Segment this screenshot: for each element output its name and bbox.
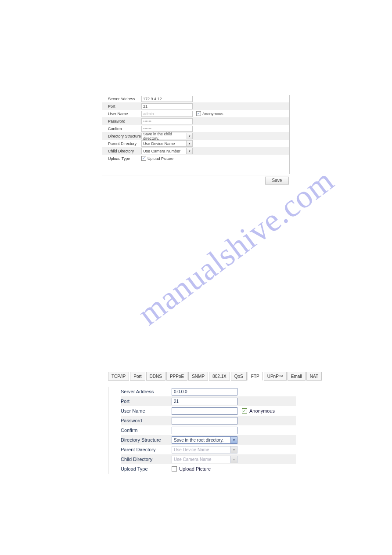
row-parent-directory-2: Parent Directory Use Device Name ▾ bbox=[121, 445, 296, 454]
tab-8021x[interactable]: 802.1X bbox=[209, 372, 230, 381]
row-confirm: Confirm bbox=[102, 125, 290, 132]
input-server-address-2[interactable] bbox=[172, 388, 237, 395]
row-upload-type-2: Upload Type Upload Picture bbox=[121, 464, 296, 474]
chevron-down-icon: ▾ bbox=[186, 141, 192, 146]
checkbox-upload-picture-2[interactable] bbox=[172, 466, 177, 472]
label-anonymous-2: Anonymous bbox=[249, 408, 275, 414]
chevron-down-icon: ▾ bbox=[230, 456, 237, 463]
ftp-settings-panel-2: TCP/IP Port DDNS PPPoE SNMP 802.1X QoS F… bbox=[108, 372, 296, 474]
label-password: Password bbox=[102, 119, 141, 123]
label-port-2: Port bbox=[121, 399, 172, 404]
label-parent-directory-2: Parent Directory bbox=[121, 447, 172, 452]
ftp-settings-panel-1: Server Address Port User Name ✓ Anonymou… bbox=[102, 95, 290, 162]
row-upload-type: Upload Type ✓ Upload Picture bbox=[102, 155, 290, 162]
select-parent-directory-2[interactable]: Use Device Name ▾ bbox=[172, 446, 237, 453]
label-user-name: User Name bbox=[102, 112, 141, 116]
save-button[interactable]: Save bbox=[265, 177, 289, 185]
tab-nat[interactable]: NAT bbox=[306, 372, 322, 381]
watermark-text: manualshive.com bbox=[131, 162, 341, 333]
row-confirm-2: Confirm bbox=[121, 425, 296, 435]
label-anonymous: Anonymous bbox=[202, 112, 223, 116]
input-password[interactable] bbox=[141, 118, 193, 124]
input-user-name[interactable] bbox=[141, 111, 193, 117]
row-parent-directory: Parent Directory Use Device Name ▾ bbox=[102, 140, 290, 147]
label-directory-structure: Directory Structure bbox=[102, 134, 141, 138]
tab-upnp[interactable]: UPnP™ bbox=[264, 372, 287, 381]
row-server-address: Server Address bbox=[102, 95, 290, 102]
label-confirm-2: Confirm bbox=[121, 428, 172, 433]
select-parent-directory[interactable]: Use Device Name ▾ bbox=[141, 140, 193, 147]
input-server-address[interactable] bbox=[141, 96, 193, 102]
label-upload-picture-2: Upload Picture bbox=[179, 466, 211, 472]
row-password: Password bbox=[102, 117, 290, 125]
input-password-2[interactable] bbox=[172, 417, 237, 424]
network-tabs: TCP/IP Port DDNS PPPoE SNMP 802.1X QoS F… bbox=[108, 372, 296, 381]
tab-qos[interactable]: QoS bbox=[231, 372, 247, 381]
tab-ftp[interactable]: FTP bbox=[248, 372, 263, 381]
select-directory-structure-2-value: Save in the root directory. bbox=[174, 438, 223, 443]
label-server-address: Server Address bbox=[102, 97, 141, 101]
select-child-directory-value: Use Camera Number bbox=[143, 149, 180, 153]
label-confirm: Confirm bbox=[102, 127, 141, 131]
select-parent-directory-value: Use Device Name bbox=[143, 141, 175, 146]
label-child-directory: Child Directory bbox=[102, 149, 141, 153]
select-child-directory-2[interactable]: Use Camera Name ▾ bbox=[172, 456, 237, 463]
save-button-label: Save bbox=[272, 178, 282, 183]
input-confirm[interactable] bbox=[141, 126, 193, 132]
ftp-form: Server Address Port User Name ✓ Anonymou… bbox=[108, 387, 296, 474]
chevron-down-icon: ▾ bbox=[230, 446, 237, 453]
row-server-address-2: Server Address bbox=[121, 387, 296, 396]
input-user-name-2[interactable] bbox=[172, 407, 237, 415]
tab-email[interactable]: Email bbox=[288, 372, 306, 381]
select-directory-structure[interactable]: Save in the child directory. ▾ bbox=[141, 133, 193, 139]
row-port: Port bbox=[102, 102, 290, 110]
page-divider bbox=[48, 38, 344, 38]
select-parent-directory-2-value: Use Device Name bbox=[174, 447, 209, 452]
tab-port[interactable]: Port bbox=[130, 372, 145, 381]
tab-tcpip[interactable]: TCP/IP bbox=[108, 372, 129, 381]
row-password-2: Password bbox=[121, 416, 296, 425]
checkbox-anonymous[interactable]: ✓ bbox=[196, 111, 201, 116]
save-bar: Save bbox=[102, 175, 290, 185]
chevron-down-icon: ▾ bbox=[230, 437, 237, 443]
row-child-directory: Child Directory Use Camera Number ▾ bbox=[102, 147, 290, 155]
select-directory-structure-2[interactable]: Save in the root directory. ▾ bbox=[172, 436, 237, 444]
checkbox-upload-picture[interactable]: ✓ bbox=[141, 156, 146, 161]
label-server-address-2: Server Address bbox=[121, 389, 172, 394]
row-user-name: User Name ✓ Anonymous bbox=[102, 110, 290, 117]
input-port[interactable] bbox=[141, 103, 193, 109]
input-port-2[interactable] bbox=[172, 398, 237, 405]
checkbox-anonymous-2[interactable]: ✓ bbox=[242, 408, 247, 414]
label-user-name-2: User Name bbox=[121, 408, 172, 414]
label-upload-type-2: Upload Type bbox=[121, 466, 172, 472]
label-directory-structure-2: Directory Structure bbox=[121, 437, 172, 443]
input-confirm-2[interactable] bbox=[172, 427, 237, 434]
row-user-name-2: User Name ✓ Anonymous bbox=[121, 406, 296, 416]
chevron-down-icon: ▾ bbox=[187, 133, 192, 139]
tab-pppoe[interactable]: PPPoE bbox=[166, 372, 187, 381]
select-child-directory[interactable]: Use Camera Number ▾ bbox=[141, 148, 193, 154]
row-directory-structure: Directory Structure Save in the child di… bbox=[102, 132, 290, 140]
panel-right-border bbox=[289, 95, 290, 174]
select-directory-structure-value: Save in the child directory. bbox=[143, 132, 187, 141]
tab-snmp[interactable]: SNMP bbox=[188, 372, 208, 381]
label-upload-type: Upload Type bbox=[102, 156, 141, 161]
select-child-directory-2-value: Use Camera Name bbox=[174, 457, 212, 462]
label-port: Port bbox=[102, 104, 141, 109]
tab-ddns[interactable]: DDNS bbox=[146, 372, 165, 381]
label-parent-directory: Parent Directory bbox=[102, 141, 141, 146]
row-directory-structure-2: Directory Structure Save in the root dir… bbox=[121, 435, 296, 445]
label-upload-picture: Upload Picture bbox=[147, 156, 173, 161]
row-port-2: Port bbox=[121, 396, 296, 406]
label-child-directory-2: Child Directory bbox=[121, 457, 172, 462]
chevron-down-icon: ▾ bbox=[186, 148, 192, 154]
label-password-2: Password bbox=[121, 418, 172, 423]
row-child-directory-2: Child Directory Use Camera Name ▾ bbox=[121, 454, 296, 464]
